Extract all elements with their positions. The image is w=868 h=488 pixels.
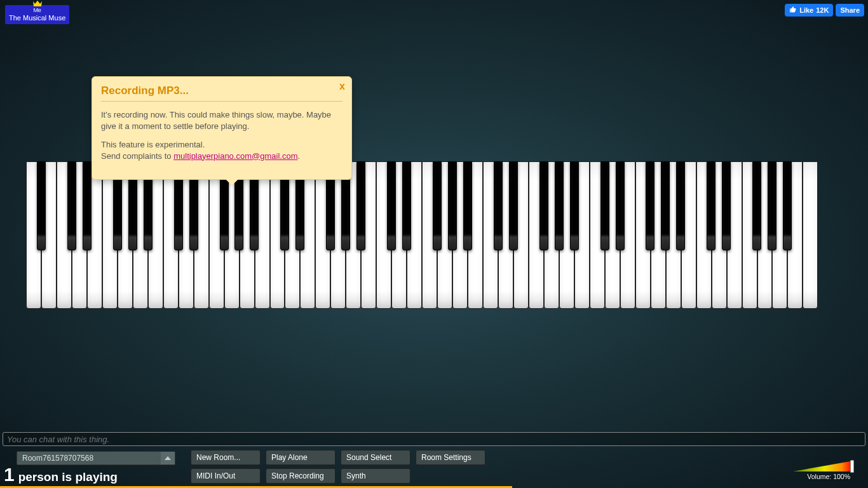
black-key[interactable] [356, 161, 365, 250]
black-key[interactable] [463, 161, 472, 250]
fb-share-label: Share [840, 6, 860, 14]
volume-slider[interactable] [793, 461, 850, 471]
black-key[interactable] [448, 161, 457, 250]
new-room-button[interactable]: New Room... [191, 450, 261, 465]
black-key[interactable] [616, 161, 625, 250]
black-key[interactable] [433, 161, 442, 250]
room-name: Room761578707568 [22, 454, 93, 463]
midi-inout-button[interactable]: MIDI In/Out [191, 468, 261, 484]
black-key[interactable] [509, 161, 518, 250]
black-key[interactable] [555, 161, 564, 250]
white-key[interactable] [803, 161, 818, 309]
black-key[interactable] [783, 161, 792, 250]
stop-recording-button[interactable]: Stop Recording [266, 468, 336, 484]
black-key[interactable] [402, 161, 411, 250]
synth-button[interactable]: Synth [341, 468, 410, 484]
notification-arrow [226, 179, 238, 186]
chat-input[interactable] [3, 432, 865, 446]
close-icon[interactable]: x [339, 81, 345, 92]
notification-body-1: It's recording now. This could make thin… [101, 109, 342, 132]
play-alone-button[interactable]: Play Alone [266, 450, 336, 465]
notification-body-2: This feature is experimental. Send compl… [101, 139, 342, 161]
room-selector[interactable]: Room761578707568 [17, 451, 175, 465]
notification-title: Recording MP3... [101, 85, 342, 97]
user-name: The Musical Muse [9, 14, 65, 22]
fb-like-button[interactable]: Like 12K [785, 4, 833, 17]
player-count-label: person is playing [18, 470, 118, 484]
black-key[interactable] [539, 161, 548, 250]
thumbs-up-icon [789, 6, 797, 15]
chevron-up-icon [161, 452, 175, 464]
black-key[interactable] [752, 161, 761, 250]
black-key[interactable] [707, 161, 715, 250]
volume-gradient [793, 461, 850, 471]
black-key[interactable] [67, 161, 76, 250]
black-key[interactable] [722, 161, 731, 250]
black-key[interactable] [83, 161, 92, 250]
volume-label: Volume: 100% [793, 473, 850, 480]
fb-share-button[interactable]: Share [836, 4, 864, 17]
recording-notification: x Recording MP3... It's recording now. T… [92, 76, 352, 180]
black-key[interactable] [600, 161, 609, 250]
black-key[interactable] [676, 161, 685, 250]
social-buttons: Like 12K Share [785, 4, 864, 17]
sound-select-button[interactable]: Sound Select [341, 450, 410, 465]
volume-control[interactable]: Volume: 100% [793, 461, 850, 480]
piano-keyboard[interactable] [26, 161, 818, 309]
black-key[interactable] [494, 161, 503, 250]
room-settings-button[interactable]: Room Settings [416, 450, 485, 465]
player-count: 1 [4, 465, 15, 484]
complaint-email-link[interactable]: multiplayerpiano.com@gmail.com [173, 151, 297, 161]
user-badge[interactable]: Me The Musical Muse [5, 5, 69, 24]
black-key[interactable] [570, 161, 579, 250]
player-count-status: 1 person is playing [4, 465, 118, 484]
control-buttons: New Room... Play Alone Sound Select Room… [191, 450, 485, 484]
fb-like-label: Like [799, 6, 813, 14]
black-key[interactable] [646, 161, 654, 250]
fb-like-count: 12K [816, 6, 829, 14]
black-key[interactable] [37, 161, 46, 250]
me-label: Me [9, 7, 65, 14]
black-key[interactable] [661, 161, 670, 250]
black-key[interactable] [387, 161, 396, 250]
black-key[interactable] [768, 161, 776, 250]
crown-icon [32, 0, 43, 7]
volume-knob[interactable] [850, 460, 854, 473]
